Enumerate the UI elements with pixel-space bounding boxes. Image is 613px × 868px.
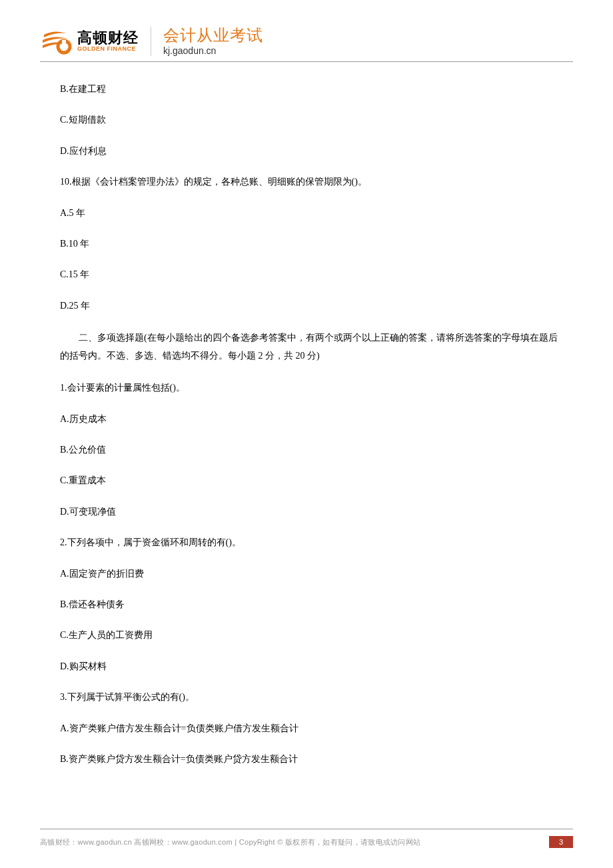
page-number: 3 <box>549 836 573 848</box>
q9-option-b: B.在建工程 <box>60 82 566 97</box>
brand-text: 高顿财经 GOLDEN FINANCE <box>77 30 139 53</box>
exam-url: kj.gaodun.cn <box>163 46 263 56</box>
q10-stem: 10.根据《会计档案管理办法》的规定，各种总账、明细账的保管期限为()。 <box>60 175 566 189</box>
s2q3-option-b: B.资产类账户贷方发生额合计=负债类账户贷方发生额合计 <box>60 752 566 767</box>
q10-option-c: C.15 年 <box>60 267 566 282</box>
exam-title-cn: 会计从业考试 <box>163 27 263 44</box>
q10-option-a: A.5 年 <box>60 206 566 221</box>
s2q1-option-b: B.公允价值 <box>60 443 566 457</box>
s2q1-option-d: D.可变现净值 <box>60 505 566 519</box>
exam-title-block: 会计从业考试 kj.gaodun.cn <box>163 27 263 56</box>
q9-option-d: D.应付利息 <box>60 144 566 159</box>
document-body: B.在建工程 C.短期借款 D.应付利息 10.根据《会计档案管理办法》的规定，… <box>40 82 573 767</box>
s2q3-stem: 3.下列属于试算平衡公式的有()。 <box>60 690 566 705</box>
s2q2-stem: 2.下列各项中，属于资金循环和周转的有()。 <box>60 535 566 550</box>
svg-rect-1 <box>62 40 66 44</box>
golden-finance-logo-icon <box>40 27 72 56</box>
page-header: 高顿财经 GOLDEN FINANCE 会计从业考试 kj.gaodun.cn <box>40 27 573 62</box>
s2q1-stem: 1.会计要素的计量属性包括()。 <box>60 381 566 395</box>
q10-option-b: B.10 年 <box>60 237 566 251</box>
s2q2-option-a: A.固定资产的折旧费 <box>60 567 566 581</box>
section2-instructions: 二、多项选择题(在每小题给出的四个备选参考答案中，有两个或两个以上正确的答案，请… <box>60 329 566 365</box>
brand-logo-block: 高顿财经 GOLDEN FINANCE <box>40 27 151 56</box>
footer-copyright: 高顿财经：www.gaodun.cn 高顿网校：www.gaodun.com |… <box>40 837 420 847</box>
q10-option-d: D.25 年 <box>60 299 566 313</box>
brand-name-en: GOLDEN FINANCE <box>77 46 139 53</box>
brand-name-cn: 高顿财经 <box>77 30 139 46</box>
page-footer: 高顿财经：www.gaodun.cn 高顿网校：www.gaodun.com |… <box>40 829 573 848</box>
document-page: 高顿财经 GOLDEN FINANCE 会计从业考试 kj.gaodun.cn … <box>0 0 613 868</box>
s2q1-option-a: A.历史成本 <box>60 412 566 427</box>
section2-wrap: 二、多项选择题(在每小题给出的四个备选参考答案中，有两个或两个以上正确的答案，请… <box>60 329 566 365</box>
s2q2-option-c: C.生产人员的工资费用 <box>60 628 566 643</box>
q9-option-c: C.短期借款 <box>60 113 566 127</box>
s2q2-option-d: D.购买材料 <box>60 659 566 674</box>
s2q2-option-b: B.偿还各种债务 <box>60 597 566 612</box>
s2q1-option-c: C.重置成本 <box>60 473 566 488</box>
s2q3-option-a: A.资产类账户借方发生额合计=负债类账户借方发生额合计 <box>60 721 566 736</box>
